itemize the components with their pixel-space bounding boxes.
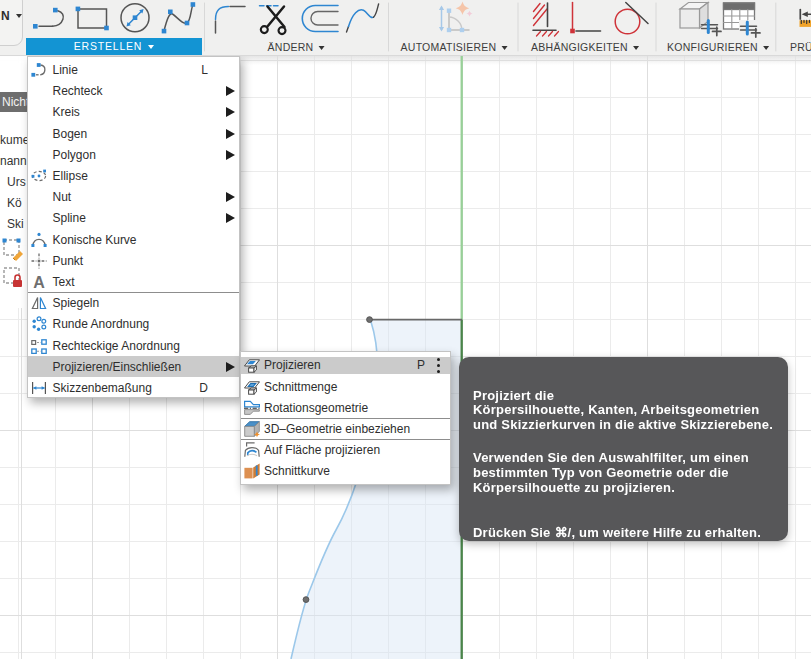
svg-text:A: A (33, 274, 45, 290)
